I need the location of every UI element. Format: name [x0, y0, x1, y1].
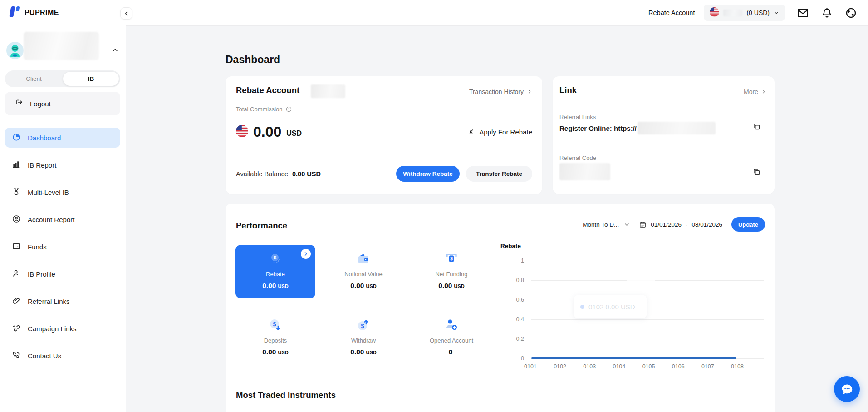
performance-tiles: $ Rebate 0.00USD Notional Value 0.00USD [235, 245, 491, 365]
app-window: PUPRIME Client IB [0, 0, 868, 412]
logout-button[interactable]: Logout [5, 92, 120, 115]
divider [236, 156, 532, 156]
chevron-up-icon[interactable] [112, 46, 119, 54]
x-tick-label: 0106 [672, 363, 685, 370]
account-type-label: Rebate Account [648, 9, 695, 16]
sidebar-item-campaign-links[interactable]: Campaign Links [5, 318, 120, 338]
y-tick-label: 1 [496, 258, 524, 264]
sidebar-item-label: Funds [28, 243, 47, 251]
tile-value: 0.00 [438, 282, 452, 289]
sidebar-nav: Dashboard IB Report Multi-Level IB Accou… [5, 128, 120, 373]
rebate-account-number-redacted [311, 84, 345, 98]
tile-label: Withdraw [324, 337, 403, 344]
x-tick-label: 0102 [554, 363, 566, 370]
chevron-right-icon[interactable] [301, 249, 311, 259]
transaction-history-link[interactable]: Transaction History [469, 88, 532, 95]
divider [236, 381, 764, 381]
tile-value: 0.00 [262, 282, 276, 289]
sidebar-item-label: IB Profile [28, 270, 55, 278]
sidebar-item-multi-level-ib[interactable]: Multi-Level IB [5, 182, 120, 202]
available-balance-value: 0.00 USD [292, 170, 321, 178]
transfer-rebate-button[interactable]: Transfer Rebate [466, 166, 532, 182]
info-icon[interactable] [285, 106, 292, 113]
x-tick-label: 0107 [701, 363, 714, 370]
user-avatar[interactable] [6, 42, 24, 59]
page-title: Dashboard [226, 54, 280, 66]
summary-cards-row: Rebate Account Transaction History Total… [226, 76, 775, 194]
sidebar-item-label: IB Report [28, 161, 56, 169]
x-tick-label: 0105 [642, 363, 655, 370]
referral-link-redacted [638, 122, 716, 134]
brand-logo: PUPRIME [7, 5, 59, 20]
x-axis-labels: 0101 0102 0103 0104 0105 0106 0107 0108 [524, 363, 744, 370]
apply-for-rebate-link[interactable]: Apply For Rebate [467, 128, 532, 136]
sidebar-item-funds[interactable]: Funds [5, 237, 120, 257]
sidebar-item-account-report[interactable]: Account Report [5, 209, 120, 229]
sidebar-item-referral-links[interactable]: Referral Links [5, 291, 120, 311]
tile-unit: USD [454, 283, 464, 289]
referral-code-label: Referral Code [559, 154, 596, 161]
transaction-history-label: Transaction History [469, 88, 524, 95]
tile-value: 0 [449, 348, 453, 356]
topbar: Rebate Account (0 US [126, 0, 868, 26]
toggle-ib[interactable]: IB [63, 72, 119, 86]
logout-label: Logout [30, 100, 51, 108]
tile-label: Rebate [235, 271, 315, 278]
rebate-chart: Rebate 1 0.8 0.6 0.4 0.2 0 0102 0.00 USD [492, 242, 770, 380]
tile-rebate[interactable]: $ Rebate 0.00USD [235, 245, 315, 298]
tile-deposits[interactable]: $ Deposits 0.00USD [235, 311, 315, 365]
dollar-down-arrow-icon: $ [235, 317, 315, 334]
fading-tooltip-box [627, 248, 655, 290]
copy-icon[interactable] [752, 168, 761, 176]
bell-icon[interactable] [821, 7, 833, 19]
sidebar-item-dashboard[interactable]: Dashboard [5, 128, 120, 148]
y-tick-label: 0.6 [496, 297, 524, 303]
y-tick-label: 0.8 [496, 277, 524, 283]
sidebar-item-label: Multi-Level IB [28, 189, 69, 196]
x-tick-label: 0103 [583, 363, 596, 370]
period-selector[interactable]: Month To D... [583, 221, 630, 228]
account-selector[interactable]: (0 USD) [704, 5, 785, 21]
toggle-client[interactable]: Client [5, 75, 63, 82]
tooltip-text: 0102 0.00 USD [588, 303, 635, 311]
tile-withdraw[interactable]: $ Withdraw 0.00USD [324, 311, 403, 365]
update-button[interactable]: Update [731, 217, 765, 232]
x-tick-label: 0104 [613, 363, 625, 370]
dollar-up-arrow-icon: $ [324, 317, 403, 334]
date-range-picker[interactable]: 01/01/2026 - 08/01/2026 [639, 221, 722, 228]
copy-icon[interactable] [752, 122, 761, 131]
sidebar-collapse-button[interactable] [120, 7, 132, 20]
sidebar-item-contact-us[interactable]: Contact Us [5, 346, 120, 366]
paperclip-icon [12, 296, 21, 307]
globe-language-icon[interactable] [845, 7, 857, 19]
performance-title: Performance [236, 221, 287, 231]
sidebar-item-label: Dashboard [28, 134, 61, 142]
sidebar-item-ib-profile[interactable]: IB Profile [5, 264, 120, 284]
referral-link-row[interactable]: Register Online: https:// [559, 122, 716, 134]
available-balance-label: Available Balance [236, 170, 288, 178]
referral-link-text: Register Online: https:// [559, 124, 637, 132]
gridline [531, 300, 764, 300]
tile-label: Deposits [235, 337, 315, 344]
period-selector-value: Month To D... [583, 221, 619, 228]
chat-support-button[interactable] [834, 376, 860, 402]
tile-unit: USD [366, 350, 376, 355]
mail-icon[interactable] [797, 7, 809, 19]
withdraw-rebate-button[interactable]: Withdraw Rebate [396, 166, 460, 182]
y-tick-label: 0.4 [496, 316, 524, 323]
chevron-right-icon [527, 89, 532, 94]
tile-net-funding[interactable]: $ Net Funding 0.00USD [412, 245, 491, 298]
sidebar-item-ib-report[interactable]: IB Report [5, 155, 120, 175]
rebate-account-card: Rebate Account Transaction History Total… [226, 76, 542, 194]
user-circle-icon [12, 214, 21, 225]
us-flag-icon [710, 7, 719, 19]
tile-notional-value[interactable]: Notional Value 0.00USD [324, 245, 403, 298]
tile-opened-account[interactable]: Opened Account 0 [412, 311, 491, 365]
gridline [531, 339, 764, 339]
chevron-down-icon [774, 10, 779, 15]
chat-bubble-icon [840, 382, 854, 396]
more-link[interactable]: More [744, 88, 766, 95]
client-ib-toggle: Client IB [5, 70, 120, 87]
performance-controls: Month To D... 01/01/2026 - 08/01/2026 Up… [583, 217, 765, 232]
tile-value: 0.00 [350, 282, 364, 289]
